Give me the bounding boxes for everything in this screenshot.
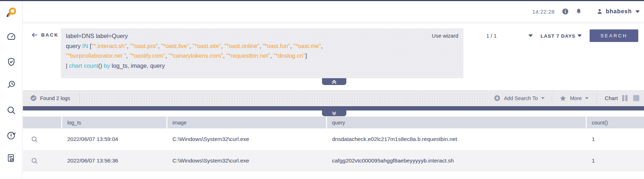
user-menu[interactable]: bhabesh bbox=[596, 8, 640, 15]
column-header-log-ts[interactable]: log_ts bbox=[62, 117, 167, 128]
cell-query: dnsdatacheck.e02lc217m1s8ec8a.b.requestb… bbox=[327, 129, 587, 150]
chart-label: Chart bbox=[605, 95, 618, 101]
clock: 14:22:28 bbox=[532, 9, 555, 15]
separator bbox=[596, 94, 597, 103]
more-button[interactable]: More bbox=[559, 95, 589, 102]
shield-check-icon[interactable] bbox=[6, 57, 16, 67]
column-header-count[interactable]: count() bbox=[587, 117, 644, 128]
column-header-image[interactable]: image bbox=[167, 117, 327, 128]
page-caret-icon[interactable] bbox=[528, 34, 533, 37]
app-window: 14:22:28 bhabesh bbox=[0, 0, 644, 179]
back-button[interactable]: BACK bbox=[31, 32, 59, 38]
add-search-caret-icon bbox=[541, 97, 545, 99]
page-indicator: 1 / 1 bbox=[486, 33, 497, 39]
results-toolbar: Found 2 logs Add Search To More bbox=[23, 90, 644, 106]
logpoint-logo[interactable] bbox=[5, 6, 18, 19]
separator bbox=[552, 94, 552, 103]
top-bar: 14:22:28 bhabesh bbox=[23, 1, 644, 22]
separator bbox=[79, 94, 80, 103]
success-check-icon bbox=[30, 95, 37, 102]
cell-count: 1 bbox=[587, 129, 644, 150]
incident-icon[interactable] bbox=[6, 131, 16, 140]
star-icon bbox=[559, 95, 567, 102]
top-accent-line bbox=[0, 0, 644, 1]
table-row: 2022/06/07 13:56:36 C:\Windows\System32\… bbox=[23, 150, 644, 171]
found-logs-label: Found 2 logs bbox=[40, 95, 70, 101]
cell-query: cafgg202vtc000095ahggf8aebeyyyyyb.intera… bbox=[327, 150, 587, 171]
use-wizard-link[interactable]: Use wizard bbox=[432, 33, 458, 39]
add-search-to-button[interactable]: Add Search To bbox=[494, 95, 545, 102]
cell-log-ts: 2022/06/07 13:59:04 bbox=[62, 129, 167, 150]
column-header-actions bbox=[23, 117, 62, 128]
search-history-icon[interactable] bbox=[6, 80, 16, 90]
results-divider-bar bbox=[23, 106, 644, 110]
search-icon[interactable] bbox=[6, 105, 16, 115]
time-range-caret-icon[interactable] bbox=[577, 34, 582, 37]
notifications-bell-icon[interactable] bbox=[575, 8, 582, 15]
chevron-down-icon bbox=[331, 111, 338, 116]
user-caret-icon bbox=[635, 10, 640, 13]
search-section: BACK label=DNS label=Queryquery IN ["*.i… bbox=[23, 22, 644, 90]
column-header-query[interactable]: query bbox=[327, 117, 587, 128]
back-label: BACK bbox=[41, 32, 59, 38]
add-search-to-label: Add Search To bbox=[504, 95, 538, 101]
row-search-icon[interactable] bbox=[31, 136, 38, 143]
report-icon[interactable] bbox=[6, 153, 16, 163]
row-search-icon[interactable] bbox=[31, 157, 38, 165]
chevron-up-icon bbox=[331, 79, 338, 84]
table-row: 2022/06/07 13:59:04 C:\Windows\System32\… bbox=[23, 129, 644, 150]
grid-view-icon[interactable] bbox=[633, 95, 639, 101]
bar-chart-view-icon[interactable] bbox=[622, 95, 628, 101]
more-caret-icon bbox=[585, 97, 589, 99]
plus-circle-icon bbox=[494, 95, 501, 102]
cell-image: C:\Windows\System32\curl.exe bbox=[167, 129, 327, 150]
dashboard-icon[interactable] bbox=[6, 32, 16, 42]
results-table: log_ts image query count() 2022/06/07 13… bbox=[23, 117, 644, 171]
sidebar-nav bbox=[0, 1, 23, 179]
back-arrow-icon bbox=[31, 32, 38, 38]
query-editor[interactable]: label=DNS label=Queryquery IN ["*.intera… bbox=[61, 28, 463, 78]
more-label: More bbox=[570, 95, 582, 101]
time-range-selector[interactable]: LAST 7 DAYS bbox=[541, 33, 576, 39]
query-text: label=DNS label=Queryquery IN ["*.intera… bbox=[61, 28, 463, 74]
cell-log-ts: 2022/06/07 13:56:36 bbox=[62, 150, 167, 171]
username: bhabesh bbox=[606, 8, 632, 15]
info-icon[interactable] bbox=[562, 8, 569, 15]
results-actions: Add Search To More Chart bbox=[494, 94, 639, 103]
cell-image: C:\Windows\System32\curl.exe bbox=[167, 150, 327, 171]
cell-count: 1 bbox=[587, 150, 644, 171]
expand-results-button[interactable] bbox=[322, 110, 346, 116]
collapse-search-button[interactable] bbox=[322, 78, 346, 85]
user-avatar-icon bbox=[596, 8, 603, 15]
table-header: log_ts image query count() bbox=[23, 117, 644, 128]
search-button[interactable]: SEARCH bbox=[590, 29, 638, 42]
main-area: 14:22:28 bhabesh bbox=[23, 1, 644, 179]
